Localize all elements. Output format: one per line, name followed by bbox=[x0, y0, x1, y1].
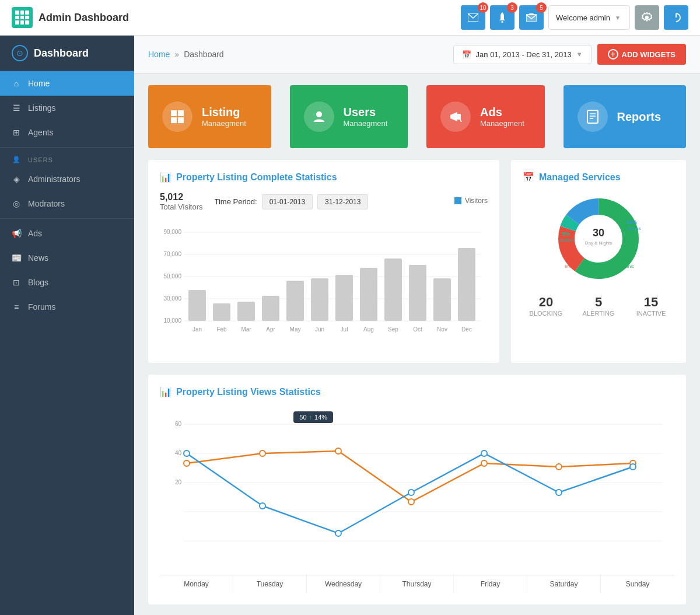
blue-dot-thu[interactable] bbox=[408, 490, 414, 495]
sidebar-item-blogs[interactable]: ⊡ Blogs bbox=[0, 270, 134, 295]
user-label: Welcome admin bbox=[556, 13, 610, 22]
topbar-title: Admin Dashboard bbox=[38, 12, 129, 24]
svg-text:10,000: 10,000 bbox=[163, 317, 181, 324]
managed-services-panel: 📅 Managed Services bbox=[511, 160, 686, 363]
blue-dot-mon[interactable] bbox=[184, 450, 190, 456]
bar-aug[interactable] bbox=[360, 268, 377, 321]
svg-point-5 bbox=[645, 16, 649, 19]
bar-jun[interactable] bbox=[311, 278, 328, 321]
ads-card[interactable]: Ads Manaegment bbox=[426, 85, 545, 148]
mail-button[interactable]: 10 bbox=[461, 5, 485, 30]
bar-nov[interactable] bbox=[433, 278, 451, 321]
bar-oct[interactable] bbox=[409, 265, 426, 321]
line-chart-svg: 60 40 20 bbox=[160, 407, 674, 570]
services-icon: 📅 bbox=[523, 172, 534, 183]
users-card-text: Users Manaegment bbox=[344, 106, 388, 128]
blue-dot-tue[interactable] bbox=[260, 503, 265, 509]
list-icon: ☰ bbox=[12, 103, 21, 113]
bar-mar[interactable] bbox=[237, 302, 255, 321]
donut-chart: 30 Day & Nights 15% Bonus 5% Button 20% … bbox=[552, 192, 645, 285]
bar-sep[interactable] bbox=[384, 258, 402, 321]
chevron-down-icon: ▼ bbox=[576, 51, 583, 58]
megaphone-icon: 📢 bbox=[12, 229, 21, 238]
users-icon bbox=[304, 102, 334, 132]
bar-jul[interactable] bbox=[335, 275, 353, 321]
sidebar-label-administrators: Administrators bbox=[28, 174, 80, 184]
orange-dot-tue[interactable] bbox=[260, 450, 265, 456]
organic-label: 60% bbox=[621, 257, 631, 263]
date-to[interactable]: 31-12-2013 bbox=[317, 194, 368, 209]
sidebar-item-ads[interactable]: 📢 Ads bbox=[0, 221, 134, 246]
bell-button[interactable]: 3 bbox=[490, 5, 514, 30]
sidebar-item-forums[interactable]: ≡ Forums bbox=[0, 295, 134, 319]
breadcrumb-home[interactable]: Home bbox=[148, 50, 170, 59]
add-widgets-button[interactable]: + ADD WIDGETS bbox=[597, 44, 686, 65]
svg-rect-11 bbox=[178, 117, 184, 123]
orange-dot-sat[interactable] bbox=[556, 464, 562, 470]
sidebar-item-home[interactable]: ⌂ Home bbox=[0, 71, 134, 96]
blue-dot-sun[interactable] bbox=[630, 464, 636, 470]
bar-apr[interactable] bbox=[262, 296, 279, 321]
bar-may[interactable] bbox=[286, 281, 304, 321]
donut-container: 30 Day & Nights 15% Bonus 5% Button 20% … bbox=[523, 192, 674, 285]
envelope-badge: 5 bbox=[536, 2, 547, 13]
sidebar-item-listings[interactable]: ☰ Listings bbox=[0, 96, 134, 120]
settings-button[interactable] bbox=[635, 5, 659, 30]
svg-text:40: 40 bbox=[175, 450, 182, 456]
users-card-sub: Manaegment bbox=[344, 119, 388, 128]
orange-dot-thu[interactable] bbox=[408, 499, 414, 505]
user-dropdown[interactable]: Welcome admin ▼ bbox=[548, 5, 630, 30]
logout-button[interactable] bbox=[664, 5, 688, 30]
sidebar-section-users: 👤 Users bbox=[0, 150, 134, 167]
bar-jan[interactable] bbox=[188, 290, 206, 321]
bar-dec[interactable] bbox=[458, 248, 475, 321]
image-sublabel: Image bbox=[565, 264, 578, 269]
tooltip-pct: 14% bbox=[314, 414, 327, 421]
blue-dot-fri[interactable] bbox=[481, 450, 487, 456]
sidebar-item-news[interactable]: 📰 News bbox=[0, 246, 134, 270]
clock-icon: ⊙ bbox=[12, 45, 28, 61]
orange-dot-fri[interactable] bbox=[481, 460, 487, 466]
reports-icon bbox=[578, 102, 608, 132]
listing-text: Listing Manaegment bbox=[202, 106, 246, 128]
sidebar-label-listings: Listings bbox=[28, 103, 55, 113]
bar-chart-svg: 90,000 70,000 50,000 30,000 10,000 bbox=[160, 221, 488, 349]
listing-card[interactable]: Listing Manaegment bbox=[148, 85, 271, 148]
svg-text:60: 60 bbox=[175, 421, 182, 427]
sidebar-brand: ⊙ Dashboard bbox=[0, 36, 134, 71]
svg-text:Apr: Apr bbox=[266, 326, 275, 333]
blue-dot-sat[interactable] bbox=[556, 490, 562, 495]
reports-card[interactable]: Reports bbox=[564, 85, 687, 148]
svg-rect-13 bbox=[457, 114, 461, 120]
management-cards: Listing Manaegment Users Manaegment Ad bbox=[134, 74, 700, 160]
users-card[interactable]: Users Manaegment bbox=[290, 85, 408, 148]
orange-dot-wed[interactable] bbox=[335, 448, 341, 454]
x-label-monday: Monday bbox=[160, 575, 233, 593]
sidebar-item-moderators[interactable]: ◎ Modrators bbox=[0, 191, 134, 216]
date-from[interactable]: 01-01-2013 bbox=[262, 194, 313, 209]
x-label-tuesday: Tuesday bbox=[233, 575, 307, 593]
orange-dot-mon[interactable] bbox=[184, 460, 190, 466]
svg-point-1 bbox=[502, 21, 503, 23]
total-visitors-block: 5,012 Total Visitors bbox=[160, 192, 202, 211]
bar-feb[interactable] bbox=[213, 303, 230, 321]
listing-title: Listing bbox=[202, 106, 246, 119]
chevron-down-icon: ▼ bbox=[615, 15, 621, 21]
sidebar-divider-2 bbox=[0, 218, 134, 219]
donut-center bbox=[575, 215, 622, 262]
sidebar-label-blogs: Blogs bbox=[28, 278, 48, 287]
blue-dot-wed[interactable] bbox=[335, 530, 341, 536]
tooltip-arrow: ↑ bbox=[309, 414, 313, 421]
users-card-title: Users bbox=[344, 106, 388, 119]
x-label-friday: Friday bbox=[454, 575, 527, 593]
envelope-button[interactable]: 5 bbox=[519, 5, 544, 30]
mail-badge: 10 bbox=[478, 2, 488, 13]
sidebar-item-administrators[interactable]: ◈ Administrators bbox=[0, 167, 134, 191]
date-range-text: Jan 01, 2013 - Dec 31, 2013 bbox=[476, 50, 572, 59]
button-sublabel: Button bbox=[560, 237, 573, 243]
services-stats: 20 BLOCKING 5 ALERTING 15 INACTIVE bbox=[523, 295, 674, 317]
sidebar-item-agents[interactable]: ⊞ Agents bbox=[0, 120, 134, 145]
alerting-stat: 5 ALERTING bbox=[575, 295, 622, 317]
date-picker[interactable]: 📅 Jan 01, 2013 - Dec 31, 2013 ▼ bbox=[453, 45, 592, 64]
header-actions: 📅 Jan 01, 2013 - Dec 31, 2013 ▼ + ADD WI… bbox=[453, 44, 686, 65]
